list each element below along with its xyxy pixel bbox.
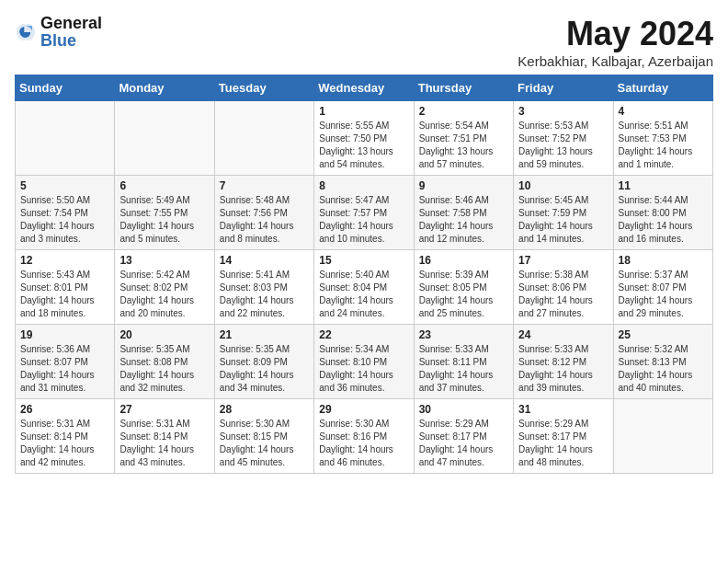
day-number: 7 [220, 179, 309, 192]
calendar-cell [16, 101, 115, 176]
day-info: Sunrise: 5:32 AM Sunset: 8:13 PM Dayligh… [619, 343, 708, 395]
day-number: 6 [119, 179, 209, 192]
day-info: Sunrise: 5:37 AM Sunset: 8:07 PM Dayligh… [619, 269, 708, 320]
col-wednesday: Wednesday [314, 75, 414, 101]
calendar-cell: 22Sunrise: 5:34 AM Sunset: 8:10 PM Dayli… [314, 325, 414, 399]
calendar-cell: 2Sunrise: 5:54 AM Sunset: 7:51 PM Daylig… [414, 101, 513, 176]
day-number: 2 [419, 105, 508, 118]
day-info: Sunrise: 5:38 AM Sunset: 8:06 PM Dayligh… [518, 269, 608, 320]
day-info: Sunrise: 5:44 AM Sunset: 8:00 PM Dayligh… [619, 194, 708, 246]
day-number: 23 [419, 328, 508, 341]
day-number: 8 [319, 179, 408, 192]
calendar-cell: 3Sunrise: 5:53 AM Sunset: 7:52 PM Daylig… [514, 101, 613, 176]
calendar-cell: 9Sunrise: 5:46 AM Sunset: 7:58 PM Daylig… [414, 176, 513, 250]
day-number: 15 [319, 254, 408, 267]
day-info: Sunrise: 5:51 AM Sunset: 7:53 PM Dayligh… [619, 120, 708, 171]
day-number: 20 [119, 328, 209, 341]
day-info: Sunrise: 5:49 AM Sunset: 7:55 PM Dayligh… [119, 194, 209, 246]
calendar-cell: 15Sunrise: 5:40 AM Sunset: 8:04 PM Dayli… [314, 250, 414, 325]
day-number: 3 [518, 105, 608, 118]
day-number: 24 [518, 328, 608, 341]
calendar-cell [115, 101, 214, 176]
page: General Blue May 2024 Kerbakhiar, Kalbaj… [0, 0, 728, 483]
calendar-body: 1Sunrise: 5:55 AM Sunset: 7:50 PM Daylig… [16, 101, 713, 474]
calendar-cell: 18Sunrise: 5:37 AM Sunset: 8:07 PM Dayli… [613, 250, 712, 325]
calendar-cell: 12Sunrise: 5:43 AM Sunset: 8:01 PM Dayli… [16, 250, 115, 325]
day-info: Sunrise: 5:39 AM Sunset: 8:05 PM Dayligh… [419, 269, 508, 320]
col-sunday: Sunday [16, 75, 115, 101]
logo-icon [15, 21, 37, 43]
day-info: Sunrise: 5:47 AM Sunset: 7:57 PM Dayligh… [319, 194, 408, 246]
day-info: Sunrise: 5:46 AM Sunset: 7:58 PM Dayligh… [419, 194, 508, 246]
week-row-3: 12Sunrise: 5:43 AM Sunset: 8:01 PM Dayli… [16, 250, 713, 325]
day-info: Sunrise: 5:34 AM Sunset: 8:10 PM Dayligh… [319, 343, 408, 395]
calendar-cell: 11Sunrise: 5:44 AM Sunset: 8:00 PM Dayli… [613, 176, 712, 250]
day-number: 19 [20, 328, 109, 341]
day-number: 18 [619, 254, 708, 267]
title-block: May 2024 Kerbakhiar, Kalbajar, Azerbaija… [518, 15, 713, 69]
day-info: Sunrise: 5:50 AM Sunset: 7:54 PM Dayligh… [20, 194, 109, 246]
day-number: 9 [419, 179, 508, 192]
day-number: 28 [220, 403, 309, 416]
day-number: 13 [119, 254, 209, 267]
day-info: Sunrise: 5:54 AM Sunset: 7:51 PM Dayligh… [419, 120, 508, 171]
calendar-cell: 19Sunrise: 5:36 AM Sunset: 8:07 PM Dayli… [16, 325, 115, 399]
day-info: Sunrise: 5:33 AM Sunset: 8:11 PM Dayligh… [419, 343, 508, 395]
calendar-cell: 24Sunrise: 5:33 AM Sunset: 8:12 PM Dayli… [514, 325, 613, 399]
day-info: Sunrise: 5:31 AM Sunset: 8:14 PM Dayligh… [20, 418, 109, 469]
day-number: 25 [619, 328, 708, 341]
calendar-cell [613, 399, 712, 474]
day-info: Sunrise: 5:31 AM Sunset: 8:14 PM Dayligh… [119, 418, 209, 469]
calendar-cell: 23Sunrise: 5:33 AM Sunset: 8:11 PM Dayli… [414, 325, 513, 399]
col-friday: Friday [514, 75, 613, 101]
day-number: 16 [419, 254, 508, 267]
day-number: 22 [319, 328, 408, 341]
week-row-2: 5Sunrise: 5:50 AM Sunset: 7:54 PM Daylig… [16, 176, 713, 250]
day-info: Sunrise: 5:29 AM Sunset: 8:17 PM Dayligh… [518, 418, 608, 469]
logo: General Blue [15, 15, 102, 50]
calendar-cell: 8Sunrise: 5:47 AM Sunset: 7:57 PM Daylig… [314, 176, 414, 250]
day-info: Sunrise: 5:40 AM Sunset: 8:04 PM Dayligh… [319, 269, 408, 320]
col-monday: Monday [115, 75, 214, 101]
calendar-header: Sunday Monday Tuesday Wednesday Thursday… [16, 75, 713, 101]
week-row-1: 1Sunrise: 5:55 AM Sunset: 7:50 PM Daylig… [16, 101, 713, 176]
logo-text: General Blue [40, 15, 102, 50]
header: General Blue May 2024 Kerbakhiar, Kalbaj… [15, 15, 713, 69]
day-info: Sunrise: 5:55 AM Sunset: 7:50 PM Dayligh… [319, 120, 408, 171]
day-info: Sunrise: 5:36 AM Sunset: 8:07 PM Dayligh… [20, 343, 109, 395]
calendar-cell [214, 101, 313, 176]
calendar-cell: 20Sunrise: 5:35 AM Sunset: 8:08 PM Dayli… [115, 325, 214, 399]
calendar-cell: 4Sunrise: 5:51 AM Sunset: 7:53 PM Daylig… [613, 101, 712, 176]
day-number: 1 [319, 105, 408, 118]
header-row: Sunday Monday Tuesday Wednesday Thursday… [16, 75, 713, 101]
day-number: 30 [419, 403, 508, 416]
calendar-cell: 7Sunrise: 5:48 AM Sunset: 7:56 PM Daylig… [214, 176, 313, 250]
day-info: Sunrise: 5:53 AM Sunset: 7:52 PM Dayligh… [518, 120, 608, 171]
calendar-table: Sunday Monday Tuesday Wednesday Thursday… [15, 75, 713, 474]
day-number: 29 [319, 403, 408, 416]
day-number: 21 [220, 328, 309, 341]
calendar-cell: 16Sunrise: 5:39 AM Sunset: 8:05 PM Dayli… [414, 250, 513, 325]
day-number: 10 [518, 179, 608, 192]
calendar-cell: 17Sunrise: 5:38 AM Sunset: 8:06 PM Dayli… [514, 250, 613, 325]
day-number: 26 [20, 403, 109, 416]
calendar-cell: 30Sunrise: 5:29 AM Sunset: 8:17 PM Dayli… [414, 399, 513, 474]
logo-general: General [40, 14, 102, 32]
day-info: Sunrise: 5:48 AM Sunset: 7:56 PM Dayligh… [220, 194, 309, 246]
calendar-cell: 21Sunrise: 5:35 AM Sunset: 8:09 PM Dayli… [214, 325, 313, 399]
main-title: May 2024 [518, 15, 713, 53]
week-row-5: 26Sunrise: 5:31 AM Sunset: 8:14 PM Dayli… [16, 399, 713, 474]
day-info: Sunrise: 5:41 AM Sunset: 8:03 PM Dayligh… [220, 269, 309, 320]
day-info: Sunrise: 5:30 AM Sunset: 8:16 PM Dayligh… [319, 418, 408, 469]
day-info: Sunrise: 5:42 AM Sunset: 8:02 PM Dayligh… [119, 269, 209, 320]
day-number: 14 [220, 254, 309, 267]
day-info: Sunrise: 5:35 AM Sunset: 8:09 PM Dayligh… [220, 343, 309, 395]
day-number: 5 [20, 179, 109, 192]
day-number: 17 [518, 254, 608, 267]
calendar-cell: 29Sunrise: 5:30 AM Sunset: 8:16 PM Dayli… [314, 399, 414, 474]
day-number: 11 [619, 179, 708, 192]
col-tuesday: Tuesday [214, 75, 313, 101]
calendar-cell: 28Sunrise: 5:30 AM Sunset: 8:15 PM Dayli… [214, 399, 313, 474]
day-info: Sunrise: 5:35 AM Sunset: 8:08 PM Dayligh… [119, 343, 209, 395]
calendar-cell: 25Sunrise: 5:32 AM Sunset: 8:13 PM Dayli… [613, 325, 712, 399]
